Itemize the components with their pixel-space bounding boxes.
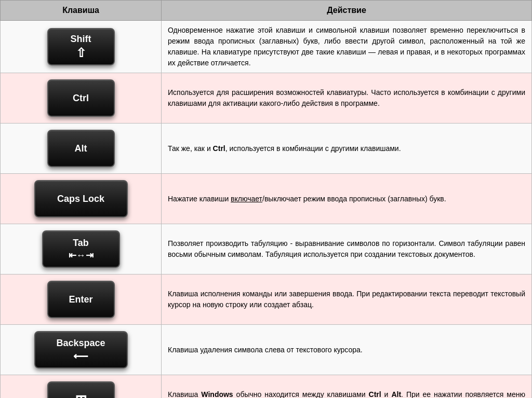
key-button-capslock: Caps Lock bbox=[34, 180, 128, 217]
table-row: Backspace ⟵Клавиша удаления символа слев… bbox=[1, 325, 532, 375]
backspace-label: Backspace bbox=[56, 338, 105, 349]
desc-cell-tab: Позволяет производить табуляцию - выравн… bbox=[162, 224, 532, 275]
enter-label: Enter bbox=[69, 294, 92, 305]
ctrl-label: Ctrl bbox=[73, 93, 89, 104]
tab-arrows-icon: ⇤↔⇥ bbox=[69, 250, 94, 261]
key-cell-alt: Alt bbox=[1, 123, 162, 174]
column-header-key: Клавиша bbox=[1, 1, 162, 21]
table-row: Tab ⇤↔⇥Позволяет производить табуляцию -… bbox=[1, 224, 532, 275]
capslock-label: Caps Lock bbox=[57, 194, 104, 204]
table-row: Caps LockНажатие клавиши включает/выключ… bbox=[1, 174, 532, 224]
shift-label: Shift bbox=[71, 34, 91, 45]
table-row: AltТак же, как и Ctrl, используется в ко… bbox=[1, 123, 532, 174]
key-button-ctrl: Ctrl bbox=[47, 79, 115, 117]
key-cell-ctrl: Ctrl bbox=[1, 73, 162, 123]
desc-cell-backspace: Клавиша удаления символа слева от тексто… bbox=[162, 325, 532, 375]
desc-cell-shift: Одновременное нажатие этой клавиши и сим… bbox=[162, 21, 532, 73]
table-row: Shift ⇧Одновременное нажатие этой клавиш… bbox=[1, 21, 532, 73]
key-cell-backspace: Backspace ⟵ bbox=[1, 325, 162, 375]
key-button-enter: Enter bbox=[47, 281, 115, 318]
windows-icon: ⊞ bbox=[75, 392, 87, 399]
key-button-backspace: Backspace ⟵ bbox=[34, 331, 128, 368]
key-cell-windows: ⊞ bbox=[1, 375, 162, 399]
desc-cell-ctrl: Используется для расширения возможностей… bbox=[162, 73, 532, 123]
key-button-shift: Shift ⇧ bbox=[47, 28, 115, 65]
alt-label: Alt bbox=[75, 143, 87, 154]
key-cell-tab: Tab ⇤↔⇥ bbox=[1, 224, 162, 275]
table-row: ⊞Клавиша Windows обычно находится между … bbox=[1, 375, 532, 399]
table-row: CtrlИспользуется для расширения возможно… bbox=[1, 73, 532, 123]
column-header-action: Действие bbox=[162, 1, 532, 21]
shift-icon: ⇧ bbox=[76, 46, 86, 60]
key-cell-shift: Shift ⇧ bbox=[1, 21, 162, 73]
tab-label: Tab bbox=[73, 238, 89, 249]
desc-cell-capslock: Нажатие клавиши включает/выключает режим… bbox=[162, 174, 532, 224]
key-button-tab: Tab ⇤↔⇥ bbox=[42, 230, 120, 268]
desc-cell-windows: Клавиша Windows обычно находится между к… bbox=[162, 375, 532, 399]
key-cell-capslock: Caps Lock bbox=[1, 174, 162, 224]
key-cell-enter: Enter bbox=[1, 275, 162, 325]
table-row: EnterКлавиша исполнения команды или заве… bbox=[1, 275, 532, 325]
desc-cell-alt: Так же, как и Ctrl, используется в комби… bbox=[162, 123, 532, 174]
backspace-arrow-icon: ⟵ bbox=[73, 350, 88, 362]
key-button-windows: ⊞ bbox=[47, 381, 115, 398]
desc-cell-enter: Клавиша исполнения команды или завершени… bbox=[162, 275, 532, 325]
key-button-alt: Alt bbox=[47, 130, 115, 167]
